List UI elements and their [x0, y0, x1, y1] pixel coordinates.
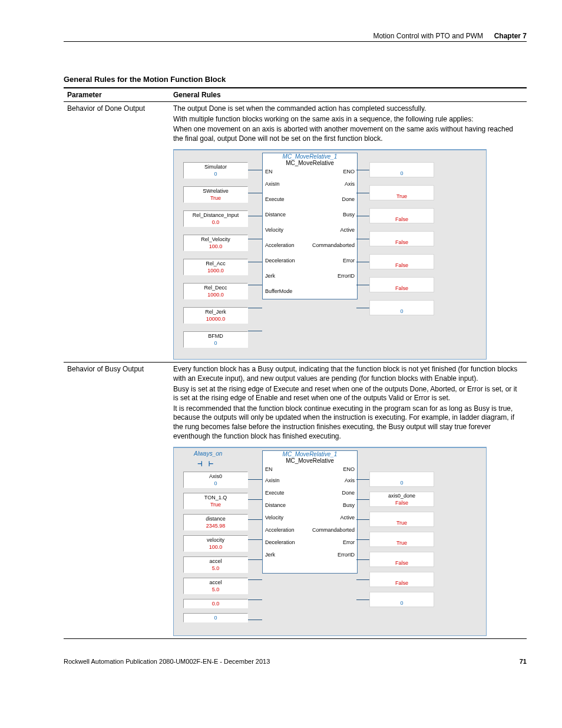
pin-right: Error — [343, 539, 355, 545]
pin-left: Execute — [265, 196, 285, 202]
pin-left: AxisIn — [265, 181, 280, 187]
input-label: velocity — [184, 536, 247, 543]
output-box: 0 — [369, 300, 434, 315]
input-label: Axis0 — [184, 473, 247, 480]
rule-paragraph: With multiple function blocks working on… — [173, 115, 523, 124]
input-box: accel5.0 — [183, 578, 248, 594]
pin-left: BufferMode — [265, 288, 292, 294]
output-value: False — [369, 579, 434, 587]
input-stack: Simulator0SWrelativeTrueRel_Distance_Inp… — [183, 162, 248, 355]
input-box: Rel_Decc1000.0 — [183, 283, 248, 299]
output-value: True — [369, 519, 434, 526]
input-label: Rel_Acc — [184, 260, 247, 267]
input-box: Rel_Distance_Input0.0 — [183, 210, 248, 227]
input-value: 0 — [184, 340, 247, 347]
footer-page: 71 — [520, 658, 527, 665]
table-row-param: Behavior of Busy Output — [64, 363, 170, 639]
pin-right: ErrorID — [338, 273, 355, 279]
always-on-label: Always_on — [194, 450, 222, 457]
output-label — [369, 532, 434, 539]
output-box: True — [369, 185, 434, 200]
output-value: False — [369, 285, 434, 292]
input-box: SWrelativeTrue — [183, 186, 248, 203]
output-box: axis0_doneFalse — [369, 492, 434, 507]
rules-table: Parameter General Rules Behavior of Done… — [64, 87, 527, 639]
output-label — [369, 572, 434, 579]
output-box: 0 — [369, 162, 434, 177]
rule-paragraph: Busy is set at the rising edge of Execut… — [173, 385, 523, 403]
pin-left: Deceleration — [265, 258, 295, 263]
output-stack: 0 True False False False False 0 — [369, 162, 434, 323]
input-label: SWrelative — [184, 187, 247, 195]
pin-right: Done — [342, 196, 355, 202]
fb-instance-name: MC_MoveRelative_1 — [263, 153, 357, 160]
header-sep — [487, 32, 491, 40]
table-row-rules: Every function block has a Busy output, … — [170, 363, 527, 639]
table-row-param: Behavior of Done Output — [64, 102, 170, 363]
input-value: 100.0 — [184, 543, 247, 551]
pin-en: EN — [265, 169, 273, 174]
input-value: 2345.98 — [184, 522, 247, 529]
pin-left: Acceleration — [265, 242, 295, 248]
input-label: Simulator — [184, 163, 247, 170]
header-title: Motion Control with PTO and PWM — [373, 32, 483, 40]
input-value: True — [184, 195, 247, 202]
pin-left: AxisIn — [265, 477, 280, 483]
input-box: velocity100.0 — [183, 535, 248, 552]
output-value: 0 — [369, 308, 434, 315]
input-value: 10000.0 — [184, 315, 247, 322]
rule-paragraph: It is recommended that the function bloc… — [173, 404, 523, 441]
output-value: True — [369, 193, 434, 200]
input-label: accel — [184, 579, 247, 586]
rung-contact-icon: ⊣ ⊢ — [197, 459, 214, 468]
table-row-rules: The output Done is set when the commande… — [170, 102, 527, 363]
pin-left: Distance — [265, 502, 286, 508]
input-box: 0 — [183, 613, 248, 622]
input-value: 0 — [184, 480, 247, 487]
input-label: Rel_Decc — [184, 284, 247, 291]
output-label — [369, 301, 434, 308]
output-box: True — [369, 512, 434, 527]
output-value: 0 — [369, 599, 434, 607]
output-label — [369, 552, 434, 559]
input-value: 5.0 — [184, 586, 247, 593]
output-box: False — [369, 208, 434, 223]
input-value: 1000.0 — [184, 267, 247, 274]
fb-instance-name: MC_MoveRelative_1 — [263, 451, 357, 457]
output-box: False — [369, 231, 434, 246]
pin-eno: ENO — [343, 169, 355, 174]
input-value: 5.0 — [184, 565, 247, 572]
rule-paragraph: Every function block has a Busy output, … — [173, 365, 523, 383]
rule-paragraph: When one movement on an axis is aborted … — [173, 125, 523, 143]
input-box: Simulator0 — [183, 162, 248, 179]
input-label: TON_1.Q — [184, 494, 247, 501]
input-box: BFMD0 — [183, 331, 248, 348]
page-header: Motion Control with PTO and PWM Chapter … — [64, 32, 527, 40]
output-label — [369, 592, 434, 599]
input-box: Axis00 — [183, 472, 248, 488]
pin-right: Commandaborted — [312, 527, 355, 533]
header-chapter: Chapter 7 — [494, 32, 527, 40]
output-value: False — [369, 239, 434, 246]
pin-right: Busy — [343, 502, 355, 508]
pin-right: Done — [342, 490, 355, 496]
footer-pub: Rockwell Automation Publication 2080-UM0… — [64, 658, 270, 665]
pin-right: Busy — [343, 212, 355, 218]
output-box: True — [369, 532, 434, 547]
input-box: accel5.0 — [183, 556, 248, 573]
input-box: Rel_Acc1000.0 — [183, 259, 248, 275]
page-footer: Rockwell Automation Publication 2080-UM0… — [64, 658, 527, 665]
input-label: accel — [184, 558, 247, 565]
output-label — [369, 163, 434, 170]
pin-right: Axis — [345, 477, 355, 483]
th-rules: General Rules — [170, 88, 527, 102]
pin-left: Distance — [265, 212, 286, 218]
input-stack: Axis00TON_1.QTruedistance2345.98velocity… — [183, 472, 248, 627]
input-label: Rel_Distance_Input — [184, 212, 247, 219]
output-stack: 0axis0_doneFalse True True False False 0 — [369, 472, 434, 612]
output-box: False — [369, 254, 434, 269]
output-box: False — [369, 552, 434, 567]
output-label — [369, 186, 434, 193]
pin-right: Axis — [345, 181, 355, 187]
fb-diagram: Always_on⊣ ⊢MC_MoveRelative_1MC_MoveRela… — [173, 447, 487, 636]
